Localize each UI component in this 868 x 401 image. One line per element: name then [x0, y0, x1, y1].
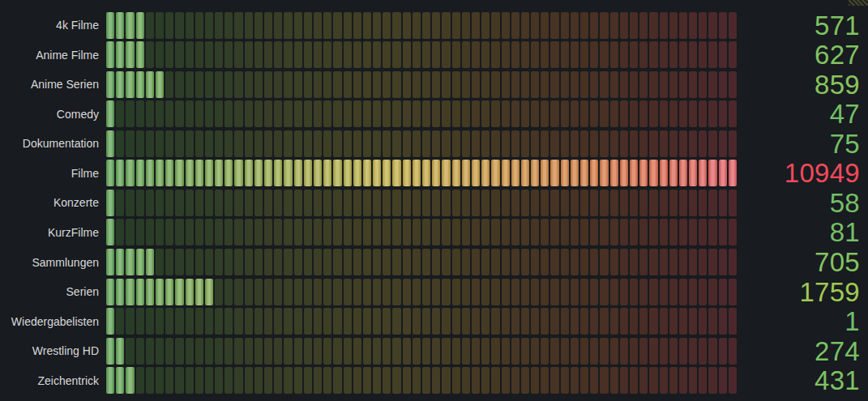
bar-cell-unlit [649, 12, 657, 39]
bar-cell-unlit [481, 190, 490, 216]
bar-cell-lit [432, 160, 440, 186]
bar-cell-unlit [254, 338, 263, 365]
bar-cell-unlit [452, 308, 460, 335]
bar-cell-unlit [264, 190, 272, 216]
bar-cell-unlit [571, 279, 579, 305]
bar-cell-unlit [422, 249, 430, 275]
bar-cell-unlit [521, 338, 529, 365]
gauge-row: Comedy47 [0, 100, 868, 130]
bar-cell-unlit [146, 130, 154, 157]
bar-cell-unlit [719, 308, 727, 335]
bar-cell-unlit [639, 338, 648, 365]
bar-cell-unlit [146, 190, 154, 216]
bar-cell-unlit [284, 249, 292, 275]
bar-cell-lit [126, 71, 134, 98]
bar-cell-unlit [442, 130, 450, 157]
bar-cell-unlit [323, 100, 331, 127]
bar-cell-unlit [274, 100, 282, 127]
bar-cell-unlit [323, 279, 331, 305]
bar-cell-unlit [491, 41, 499, 68]
bar-cell-unlit [432, 249, 440, 275]
bar-cell-unlit [136, 338, 144, 365]
bar-cell-unlit [442, 279, 450, 305]
bar-cell-unlit [432, 12, 440, 39]
bar-cell-lit [106, 308, 114, 335]
bar-cell-unlit [126, 100, 134, 127]
bar-cell-unlit [403, 308, 411, 335]
row-label: Zeichentrick [0, 375, 99, 386]
row-value: 1 [737, 308, 868, 335]
bar-cell-lit [531, 160, 539, 186]
bar-cell-lit [264, 160, 272, 186]
bar-cell-unlit [649, 71, 657, 98]
bar-cell-unlit [392, 279, 400, 305]
bar-cell-unlit [472, 71, 480, 98]
bar-cell-lit [146, 249, 154, 275]
gauge-rows: 4k Filme571Anime Filme627Anime Serien859… [0, 11, 868, 395]
bar-cell-unlit [511, 249, 520, 275]
bar-cell-unlit [462, 219, 470, 245]
bar-cell-lit [136, 160, 144, 186]
bar-cell-unlit [571, 219, 579, 245]
bar-cell-unlit [294, 71, 302, 98]
bar-cell-unlit [660, 308, 668, 335]
bar-cell-unlit [264, 71, 272, 98]
bar-cell-unlit [580, 71, 588, 98]
bar-cell-unlit [689, 219, 697, 245]
row-value: 81 [737, 219, 868, 245]
bar-cell-unlit [452, 100, 460, 127]
bar-cell-unlit [234, 367, 242, 394]
bar-cell-unlit [442, 219, 450, 245]
bar-cell-unlit [462, 100, 470, 127]
bar-cell-unlit [432, 367, 440, 394]
bar-cell-unlit [392, 308, 400, 335]
bar-cell-unlit [541, 130, 549, 157]
bar-cell-unlit [600, 219, 608, 245]
bar-cell-unlit [314, 41, 322, 68]
bar-cell-unlit [541, 41, 549, 68]
bar-cell-unlit [452, 338, 460, 365]
bar-cell-unlit [165, 219, 173, 245]
bar-track [106, 367, 737, 394]
bar-cell-unlit [679, 308, 687, 335]
bar-cell-unlit [590, 249, 598, 275]
row-label: Wrestling HD [0, 345, 99, 356]
bar-cell-unlit [304, 308, 312, 335]
bar-cell-unlit [550, 249, 558, 275]
bar-cell-unlit [245, 219, 253, 245]
bar-cell-unlit [175, 219, 183, 245]
bar-cell-unlit [541, 249, 549, 275]
row-value: 1759 [737, 279, 868, 305]
bar-cell-unlit [699, 41, 707, 68]
bar-cell-unlit [521, 71, 529, 98]
bar-cell-unlit [620, 41, 628, 68]
bar-cell-unlit [580, 308, 588, 335]
bar-cell-unlit [195, 190, 203, 216]
bar-cell-unlit [699, 249, 707, 275]
bar-cell-unlit [353, 279, 361, 305]
bar-cell-unlit [462, 338, 470, 365]
bar-cell-unlit [403, 249, 411, 275]
bar-cell-unlit [245, 249, 253, 275]
bar-cell-unlit [175, 12, 183, 39]
bar-cell-unlit [610, 100, 618, 127]
bar-cell-unlit [689, 130, 697, 157]
bar-cell-unlit [274, 308, 282, 335]
bar-cell-unlit [699, 367, 707, 394]
bar-cell-unlit [452, 279, 460, 305]
bar-cell-lit [610, 160, 618, 186]
bar-cell-unlit [245, 130, 253, 157]
bar-cell-unlit [175, 41, 183, 68]
bar-cell-unlit [669, 308, 678, 335]
bar-cell-unlit [639, 190, 648, 216]
bar-cell-unlit [363, 41, 371, 68]
bar-cell-unlit [392, 249, 400, 275]
bar-cell-unlit [660, 249, 668, 275]
bar-cell-unlit [649, 190, 657, 216]
bar-cell-unlit [669, 41, 678, 68]
bar-cell-unlit [195, 219, 203, 245]
bar-cell-lit [511, 160, 520, 186]
bar-cell-unlit [472, 12, 480, 39]
bar-cell-lit [165, 160, 173, 186]
bar-cell-lit [660, 160, 668, 186]
